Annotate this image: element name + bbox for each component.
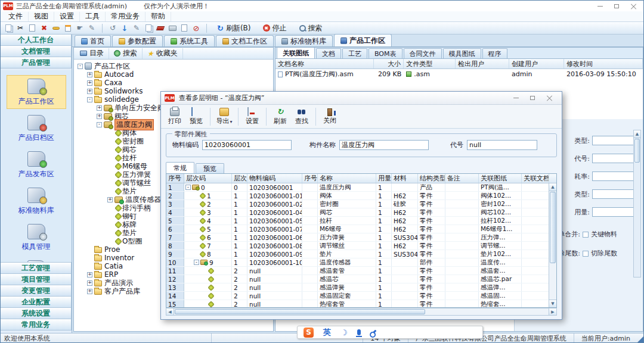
export-dropdown-icon[interactable]: ▾: [230, 119, 232, 124]
form-input[interactable]: [592, 136, 634, 145]
col-level[interactable]: 层次: [232, 174, 247, 183]
catalog-button[interactable]: 目录: [75, 48, 109, 59]
col-doc-name[interactable]: 文档名称: [275, 59, 374, 68]
tree-expander-icon[interactable]: +: [87, 280, 92, 286]
scroll-down-icon[interactable]: ▼: [549, 300, 556, 307]
tree-search-button[interactable]: 搜索: [109, 48, 143, 59]
key-icon[interactable]: [51, 23, 61, 33]
paste-icon[interactable]: [3, 23, 14, 33]
col-checkout-user[interactable]: 检出用户: [456, 59, 509, 68]
microphone-icon[interactable]: [357, 329, 361, 335]
dialog-close-icon[interactable]: [545, 95, 553, 102]
scroll-thumb[interactable]: [175, 309, 425, 314]
part-name-input[interactable]: [339, 140, 429, 150]
document-tab[interactable]: BOM表: [369, 48, 402, 58]
tree-expander-icon[interactable]: +: [97, 105, 102, 111]
tree-expander-icon[interactable]: +: [87, 272, 92, 277]
bom-row[interactable]: 6 5 1 10203060001-07 M6螺母 1 H62 零件: [166, 225, 556, 233]
export-button[interactable]: 导出▾: [214, 106, 234, 127]
dialog-tab[interactable]: 常规: [166, 162, 194, 173]
sidebar-section-header[interactable]: 工艺管理: [1, 262, 72, 274]
preview-button[interactable]: 预览: [186, 106, 206, 127]
stop-button[interactable]: ✖ 停止: [258, 23, 292, 33]
bom-row[interactable]: 5 4 1 10203060001-05 拉杆 1 H62 零件: [166, 217, 556, 225]
bom-row[interactable]: 11 2 null 感温套管 1 零件: [166, 267, 556, 275]
bom-vertical-scrollbar[interactable]: ▲ ▼: [549, 183, 556, 307]
sidebar-section-header[interactable]: 产品管理: [1, 57, 72, 68]
col-file-type[interactable]: 文件类型: [404, 59, 456, 68]
tree-expander-icon[interactable]: +: [87, 72, 92, 77]
dialog-maximize-icon[interactable]: [528, 95, 537, 102]
sogou-logo-icon[interactable]: S: [304, 328, 314, 338]
col-seq2[interactable]: 序号: [302, 174, 318, 183]
alias-input[interactable]: [467, 140, 537, 150]
menu-item[interactable]: 常用业务: [106, 12, 145, 21]
menu-item[interactable]: 文件: [3, 12, 29, 21]
dialog-tab[interactable]: 预览: [196, 163, 224, 173]
tree-node[interactable]: + Autocad: [74, 70, 273, 79]
tree-node[interactable]: + Caxa: [74, 79, 273, 87]
print-button[interactable]: 打印: [165, 106, 185, 127]
copy-pages-icon[interactable]: [143, 23, 154, 33]
tree-expander-icon[interactable]: -: [97, 122, 102, 127]
bom-row[interactable]: 14 2 null 感温固定套 1 零件: [166, 292, 556, 300]
sidebar-section-header[interactable]: 系统设置: [1, 307, 72, 319]
bom-row[interactable]: 10 - 9 1 10203060001-10 温度传感器 1 部件: [166, 258, 556, 267]
form-input[interactable]: [592, 189, 634, 199]
sidebar-section-header[interactable]: 项目管理: [1, 273, 72, 285]
scroll-thumb[interactable]: [550, 192, 556, 263]
moon-icon[interactable]: ☽: [340, 328, 348, 337]
menu-item[interactable]: 工具: [80, 12, 106, 21]
col-linked-drawing[interactable]: 关联图纸: [479, 174, 522, 183]
form-input[interactable]: [592, 154, 634, 163]
download-icon[interactable]: ↓: [119, 23, 130, 33]
settings-button[interactable]: 设置: [242, 106, 262, 127]
bom-row[interactable]: 3 2 1 10203060001-02 密封圈 1 硅胶 零件: [166, 200, 556, 208]
tree-expander-icon[interactable]: +: [97, 114, 102, 119]
sidebar-item[interactable]: 产品发布区: [7, 148, 66, 182]
bom-row[interactable]: 12 2 null 感温芯 1 零件: [166, 275, 556, 283]
bom-row[interactable]: 8 7 1 10203060001-08 调节螺丝 1 H62 零件: [166, 242, 556, 250]
scroll-right-icon[interactable]: ▶: [549, 308, 556, 315]
col-level-code[interactable]: 层次码: [184, 174, 232, 183]
new-doc-icon[interactable]: [63, 23, 73, 33]
sidebar-item[interactable]: 产品工作区: [7, 75, 66, 109]
minimize-icon[interactable]: [596, 2, 604, 10]
menu-item[interactable]: 视图: [29, 12, 54, 21]
refresh-button[interactable]: ↻ 刷新(B): [212, 23, 256, 33]
bom-row[interactable]: 15 2 null 热缩套管 1 零件: [166, 300, 556, 308]
pointer-icon[interactable]: ☛: [75, 23, 85, 33]
scroll-up-icon[interactable]: ▲: [634, 130, 640, 138]
bom-horizontal-scrollbar[interactable]: ◀ ▶: [166, 308, 557, 316]
document-tab[interactable]: 文档: [316, 48, 341, 58]
col-material[interactable]: 材料: [392, 174, 418, 183]
document-row[interactable]: PT阀(温度压力阀).asm 209 KB .asm admin 2016-03…: [275, 69, 643, 79]
sidebar-section-header[interactable]: 个人工作台: [1, 34, 72, 46]
sidebar-section-header[interactable]: 常用业务: [1, 319, 72, 330]
main-tab[interactable]: 系统工具: [164, 35, 215, 46]
checkbox[interactable]: [583, 251, 589, 257]
sidebar-item[interactable]: 模具管理: [7, 220, 66, 254]
document-tab[interactable]: 合同文件: [404, 48, 442, 58]
material-code-input[interactable]: [202, 140, 292, 150]
tree-expander-icon[interactable]: +: [87, 80, 92, 86]
col-note[interactable]: 备注: [445, 174, 479, 183]
sidebar-section-header[interactable]: 企业配置: [1, 296, 72, 308]
bom-row[interactable]: 1 - 0 0 10203060001 温度压力阀 1 产品: [166, 183, 556, 192]
close-icon[interactable]: [629, 2, 637, 10]
document-tab[interactable]: 模具图纸: [443, 48, 481, 58]
dialog-refresh-button[interactable]: ↻刷新: [270, 106, 290, 127]
find-button[interactable]: 查找: [292, 106, 312, 127]
eraser-icon[interactable]: [155, 23, 166, 33]
col-size[interactable]: 大小: [374, 59, 404, 68]
dialog-close-button[interactable]: 关闭: [320, 106, 340, 127]
checkbox[interactable]: [583, 232, 589, 238]
row-expander-icon[interactable]: -: [194, 260, 199, 265]
sidebar-section-header[interactable]: 变更管理: [1, 285, 72, 297]
search-button[interactable]: 搜索: [293, 23, 328, 33]
ime-language-toggle[interactable]: 英: [323, 327, 331, 338]
tree-expander-icon[interactable]: +: [87, 289, 92, 294]
main-tab[interactable]: 文档工作区: [216, 35, 274, 46]
dialog-minimize-icon[interactable]: [512, 95, 520, 102]
favorites-button[interactable]: ★ 收藏夹: [143, 48, 183, 59]
